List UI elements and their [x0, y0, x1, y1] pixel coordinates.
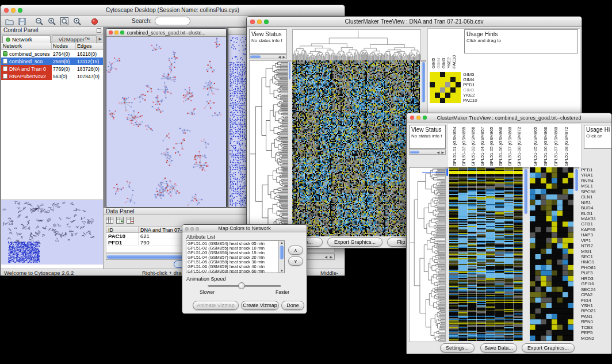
- gene-label[interactable]: YSH1: [581, 303, 611, 308]
- heatmap-canvas[interactable]: [292, 60, 420, 236]
- column-label[interactable]: GPL51-01 (GSM854: [452, 126, 457, 166]
- button-save-data[interactable]: Save Data...: [480, 343, 517, 352]
- heatmap-canvas[interactable]: [449, 167, 523, 341]
- animation-speed-slider-thumb[interactable]: [238, 282, 245, 289]
- network-name-cell[interactable]: combined_scores: [1, 50, 52, 58]
- gene-label[interactable]: GIM3: [463, 87, 483, 93]
- create-attribute-icon[interactable]: [116, 216, 124, 226]
- create-vizmap-button[interactable]: Create Vizmap: [241, 301, 279, 310]
- column-label[interactable]: GPL51-05 (GSM865: [533, 126, 538, 166]
- scroll-up-icon[interactable]: ▲: [280, 241, 284, 244]
- done-button[interactable]: Done: [281, 301, 304, 310]
- attribute-item[interactable]: GPL51-06 (GSM859) heat shock 40 min: [186, 265, 278, 269]
- heatmap-vscrollbar[interactable]: [420, 60, 426, 62]
- scrollbar-thumb[interactable]: [289, 62, 290, 79]
- column-label[interactable]: YKE2: [446, 32, 452, 68]
- network-view-window[interactable]: combined_scores_good.txt--cluste...: [106, 28, 227, 208]
- gene-label[interactable]: PUF3: [581, 270, 611, 275]
- close-icon[interactable]: [185, 227, 189, 231]
- move-down-button[interactable]: ∨: [288, 256, 303, 266]
- attribute-item[interactable]: GPL51-03 (GSM856) heat shock 15 min: [186, 251, 278, 255]
- tab-network[interactable]: Network: [2, 35, 51, 43]
- column-label[interactable]: GPL51-07 (GSM868: [553, 126, 559, 166]
- column-label[interactable]: GPL51-05 (GSM865: [489, 126, 494, 166]
- gene-label[interactable]: TCB3: [581, 325, 611, 330]
- scroll-right-icon[interactable]: ▶: [441, 151, 444, 154]
- dendrogram-vscrollbar[interactable]: [288, 60, 292, 62]
- maximize-icon[interactable]: [264, 20, 269, 24]
- column-label[interactable]: GPL51-04 (GSM857: [480, 126, 485, 166]
- attribute-item[interactable]: GPL51-01 (GSM854) heat shock 05 min: [186, 242, 278, 246]
- gene-label[interactable]: YKE2: [463, 93, 483, 98]
- move-up-button[interactable]: ∧: [288, 246, 303, 255]
- column-label[interactable]: PAC10: [452, 32, 457, 68]
- maximize-icon[interactable]: [120, 30, 124, 35]
- delete-attribute-icon[interactable]: [127, 216, 134, 226]
- attribute-item[interactable]: GPL51-05 (GSM858) heat shock 30 min: [186, 260, 278, 265]
- network-name-cell[interactable]: RNAPuberNov2: [1, 72, 52, 80]
- gene-label[interactable]: MSL1: [581, 183, 611, 189]
- network-row[interactable]: DNA and Tran 07769(0)183728(0): [1, 65, 103, 72]
- open-session-icon[interactable]: [4, 17, 14, 26]
- column-label[interactable]: GIM5: [431, 32, 436, 68]
- button-export-graphics[interactable]: Export Graphics...: [327, 237, 382, 247]
- attribute-listbox[interactable]: GPL51-01 (GSM854) heat shock 05 minGPL51…: [186, 240, 285, 273]
- column-label[interactable]: GIM3: [441, 32, 446, 68]
- gene-label[interactable]: MSI1: [581, 249, 611, 254]
- cytoscape-titlebar[interactable]: Cytoscape Desktop (Session Name: collins…: [1, 5, 345, 16]
- network-view-titlebar[interactable]: combined_scores_good.txt--cluste...: [106, 29, 226, 37]
- gene-label[interactable]: MAK31: [581, 216, 611, 221]
- zoom-heatmap-canvas[interactable]: [530, 167, 573, 341]
- scroll-left-icon[interactable]: ◀: [278, 55, 281, 59]
- column-header-network[interactable]: Network: [1, 43, 52, 49]
- gene-label[interactable]: HMG1: [581, 259, 611, 265]
- gene-label[interactable]: KAP95: [581, 227, 611, 232]
- close-icon[interactable]: [109, 30, 113, 35]
- gene-label[interactable]: PAN1: [581, 314, 611, 319]
- minimize-icon[interactable]: [190, 227, 194, 231]
- gene-label[interactable]: PFD1: [581, 167, 611, 173]
- minimize-icon[interactable]: [416, 116, 420, 120]
- scrollbar-thumb[interactable]: [446, 168, 448, 176]
- heatmap-vscrollbar[interactable]: [523, 167, 529, 168]
- gene-label[interactable]: CPA2: [581, 292, 611, 297]
- network-row[interactable]: combined_sco2569(6)13112(15): [1, 58, 103, 65]
- tab-vizmapper[interactable]: VizMapper™: [52, 35, 97, 43]
- correlation-matrix[interactable]: [430, 72, 461, 103]
- scrollbar-thumb[interactable]: [280, 246, 284, 259]
- row-dendrogram[interactable]: [249, 60, 288, 237]
- maximize-icon[interactable]: [18, 8, 22, 13]
- gene-label[interactable]: PFD1: [463, 82, 483, 87]
- column-label[interactable]: GPL51-08 (GSM872: [517, 126, 522, 166]
- zoom-selected-icon[interactable]: [72, 17, 82, 26]
- gene-label[interactable]: RPO21: [581, 308, 611, 313]
- close-icon[interactable]: [410, 116, 414, 120]
- scrollbar-thumb[interactable]: [524, 169, 527, 214]
- network-canvas[interactable]: [106, 37, 226, 207]
- gene-label[interactable]: RPN1: [581, 319, 611, 324]
- select-attributes-icon[interactable]: [106, 216, 113, 226]
- network-row[interactable]: combined_scores2764(0)16218(0): [1, 50, 103, 58]
- scrollbar-thumb[interactable]: [422, 62, 425, 102]
- gene-label[interactable]: SEC1: [581, 254, 611, 259]
- network-row[interactable]: RNAPuberNov2563(0)107847(0): [1, 72, 103, 80]
- gene-label[interactable]: NIS1: [581, 200, 611, 205]
- close-icon[interactable]: [4, 8, 9, 13]
- scroll-right-icon[interactable]: ▶: [282, 55, 285, 59]
- gene-label[interactable]: RNR4: [581, 178, 611, 183]
- column-label[interactable]: GPL51-02 (GSM855: [461, 126, 466, 166]
- gene-label[interactable]: GIM4: [463, 77, 483, 82]
- gene-label[interactable]: PAC10: [463, 98, 483, 103]
- float-panel-icon[interactable]: [97, 28, 101, 33]
- column-label[interactable]: GPL51-07 (GSM868: [507, 126, 512, 166]
- column-label[interactable]: GPL51-06 (GSM866: [498, 126, 503, 166]
- zoom-in-icon[interactable]: [47, 17, 57, 26]
- column-header-edges[interactable]: Edges: [76, 43, 103, 49]
- button-settings[interactable]: Settings...: [440, 343, 475, 352]
- maximize-icon[interactable]: [423, 116, 427, 120]
- gene-label[interactable]: SPC98: [581, 189, 611, 194]
- gene-label[interactable]: MON2: [581, 336, 611, 341]
- column-header-nodes[interactable]: Nodes: [52, 43, 76, 49]
- attribute-list-scrollbar[interactable]: ▲ ▼: [278, 241, 284, 273]
- attribute-item[interactable]: GPL51-02 (GSM855) heat shock 10 min: [186, 246, 278, 251]
